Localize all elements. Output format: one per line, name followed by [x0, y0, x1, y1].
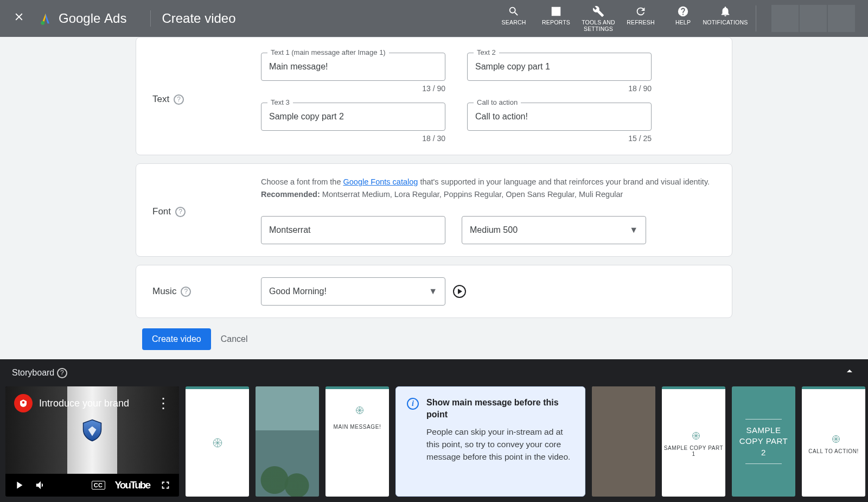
header-actions: SEARCH REPORTS TOOLS AND SETTINGS REFRES…: [493, 4, 746, 32]
font-section-label: Font ?: [152, 176, 261, 244]
storyboard-body: Introduce your brand ⋮ CC YouTube MAIN: [0, 386, 868, 502]
header-extra-buttons: [771, 5, 855, 32]
storyboard-notice: i Show main message before this point Pe…: [395, 386, 585, 497]
bell-icon: [719, 4, 731, 18]
help-circle-icon: [677, 4, 689, 18]
volume-icon[interactable]: [35, 479, 47, 491]
search-label: SEARCH: [502, 20, 526, 26]
music-select[interactable]: Good Morning! ▼: [261, 277, 445, 306]
page-title: Create video: [162, 11, 235, 26]
fullscreen-icon[interactable]: [159, 479, 171, 491]
action-buttons: Create video Cancel: [136, 326, 732, 359]
close-icon[interactable]: [13, 11, 25, 26]
notifications-label: NOTIFICATIONS: [703, 20, 748, 26]
storyboard-frame-cta[interactable]: CALL TO ACTION!: [802, 386, 865, 497]
storyboard-frame-copy2[interactable]: SAMPLE COPY PART 2: [732, 386, 795, 497]
youtube-logo[interactable]: YouTube: [115, 479, 150, 491]
text3-counter: 18 / 30: [261, 134, 445, 143]
reports-button[interactable]: REPORTS: [535, 4, 577, 26]
text2-counter: 18 / 90: [467, 84, 652, 93]
storyboard-label: Storyboard: [12, 368, 54, 378]
frame-text: MAIN MESSAGE!: [334, 424, 381, 430]
svg-point-0: [41, 21, 44, 25]
divider: [756, 5, 756, 31]
create-video-button[interactable]: Create video: [142, 328, 211, 350]
brand-text: Google: [59, 11, 100, 26]
text3-label: Text 3: [267, 98, 293, 106]
tools-icon: [592, 4, 604, 18]
chevron-down-icon: ▼: [629, 225, 638, 235]
brand-suffix: Ads: [104, 11, 126, 26]
storyboard-header: Storyboard ?: [0, 359, 868, 386]
help-label: HELP: [675, 20, 691, 26]
cta-input[interactable]: [467, 103, 652, 131]
cancel-button[interactable]: Cancel: [221, 334, 248, 344]
ads-logo-icon: [38, 11, 53, 26]
play-icon[interactable]: [453, 285, 466, 298]
chevron-up-icon[interactable]: [843, 365, 856, 381]
notice-body: People can skip your in-stream ad at thi…: [426, 425, 574, 463]
frame-text: SAMPLE COPY PART 2: [737, 425, 790, 458]
brand-crest-icon: [353, 403, 362, 413]
help-icon[interactable]: ?: [175, 207, 186, 217]
more-vert-icon[interactable]: ⋮: [156, 395, 170, 412]
cta-counter: 15 / 25: [467, 134, 652, 143]
app-header: Google Ads Create video SEARCH REPORTS T…: [0, 0, 868, 37]
divider: [150, 10, 151, 27]
text1-label: Text 1 (main message after Image 1): [267, 48, 389, 56]
search-button[interactable]: SEARCH: [493, 4, 534, 26]
music-card: Music ? Good Morning! ▼: [136, 265, 732, 318]
help-icon[interactable]: ?: [174, 94, 184, 105]
storyboard-frame-main-message[interactable]: MAIN MESSAGE!: [326, 386, 389, 497]
captions-icon[interactable]: CC: [92, 481, 105, 490]
storyboard-panel: Storyboard ? Introduce your brand ⋮ CC Y…: [0, 359, 868, 502]
google-fonts-link[interactable]: Google Fonts catalog: [343, 177, 418, 186]
info-icon: i: [407, 398, 419, 410]
font-card: Font ? Choose a font from the Google Fon…: [136, 163, 732, 257]
text2-input[interactable]: [467, 53, 652, 81]
refresh-label: REFRESH: [627, 20, 655, 26]
storyboard-frame-logo[interactable]: [186, 386, 249, 497]
video-preview[interactable]: Introduce your brand ⋮ CC YouTube: [5, 386, 179, 497]
storyboard-frame-image-2[interactable]: [592, 386, 655, 497]
music-track-value: Good Morning!: [269, 287, 327, 296]
header-square-button-2[interactable]: [800, 5, 827, 32]
refresh-button[interactable]: REFRESH: [620, 4, 661, 26]
help-button[interactable]: HELP: [662, 4, 704, 26]
music-section-label: Music ?: [152, 286, 261, 297]
text-section-label: Text ?: [152, 53, 261, 143]
cta-label: Call to action: [474, 98, 521, 106]
font-weight-select[interactable]: Medium 500 ▼: [462, 216, 646, 244]
text1-input[interactable]: [261, 53, 445, 81]
chevron-down-icon: ▼: [429, 287, 437, 296]
video-controls: CC YouTube: [5, 474, 179, 497]
font-family-input[interactable]: [261, 216, 445, 244]
header-square-button-1[interactable]: [771, 5, 799, 32]
notifications-button[interactable]: NOTIFICATIONS: [705, 4, 746, 26]
help-icon[interactable]: ?: [181, 287, 191, 297]
storyboard-frame-copy1[interactable]: SAMPLE COPY PART 1: [662, 386, 725, 497]
text1-counter: 13 / 90: [261, 84, 445, 93]
header-square-button-3[interactable]: [828, 5, 855, 32]
text2-field: Text 2: [467, 53, 652, 81]
text-card: Text ? Text 1 (main message after Image …: [136, 37, 732, 155]
brand-crest-icon: [689, 429, 699, 439]
preview-title: Introduce your brand: [39, 398, 129, 409]
storyboard-frame-image-1[interactable]: [256, 386, 319, 497]
refresh-icon: [635, 4, 647, 18]
text3-input[interactable]: [261, 103, 445, 131]
font-description: Choose a font from the Google Fonts cata…: [261, 176, 716, 201]
brand-crest-icon: [829, 432, 839, 442]
frame-text: CALL TO ACTION!: [808, 448, 859, 454]
channel-avatar-icon: [14, 394, 33, 412]
reports-label: REPORTS: [542, 20, 570, 26]
text1-field: Text 1 (main message after Image 1): [261, 53, 445, 81]
tools-button[interactable]: TOOLS AND SETTINGS: [578, 4, 619, 32]
help-icon[interactable]: ?: [57, 368, 67, 378]
notice-title: Show main message before this point: [426, 397, 574, 421]
play-icon[interactable]: [13, 479, 25, 491]
frame-text: SAMPLE COPY PART 1: [662, 445, 725, 457]
cta-field: Call to action: [467, 103, 652, 131]
brand-crest-icon: [210, 436, 225, 450]
search-icon: [508, 4, 520, 18]
